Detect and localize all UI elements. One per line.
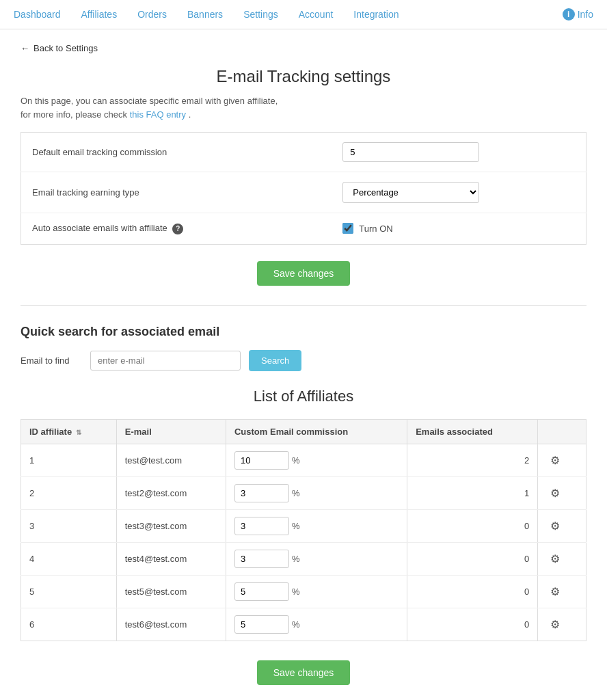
cell-commission-3: %	[226, 542, 407, 575]
cell-commission-2: %	[226, 509, 407, 542]
table-header-row: ID affiliate ⇅ E-mail Custom Email commi…	[21, 419, 586, 444]
cell-commission-5: %	[226, 608, 407, 641]
table-row: 1 test@test.com % 2 ⚙	[21, 444, 586, 476]
affiliates-table: ID affiliate ⇅ E-mail Custom Email commi…	[21, 419, 586, 641]
cell-emails-associated-2: 0	[407, 509, 538, 542]
pct-label-4: %	[292, 587, 300, 597]
pct-label-1: %	[292, 488, 300, 498]
nav-account[interactable]: Account	[299, 9, 334, 20]
nav-info[interactable]: i Info	[563, 8, 593, 21]
sort-icon: ⇅	[76, 429, 81, 436]
nav-orders[interactable]: Orders	[137, 9, 167, 20]
cell-emails-associated-3: 0	[407, 542, 538, 575]
cell-email-5: test6@test.com	[116, 608, 226, 641]
commission-input-0[interactable]	[234, 451, 289, 470]
cell-id-0: 1	[21, 444, 117, 476]
cell-actions-1: ⚙	[538, 476, 586, 509]
commission-input-cell	[332, 133, 586, 172]
commission-input[interactable]	[342, 142, 479, 162]
cell-email-0: test@test.com	[116, 444, 226, 476]
back-arrow: ←	[21, 43, 29, 53]
auto-associate-label: Auto associate emails with affiliate	[32, 223, 167, 233]
cell-actions-5: ⚙	[538, 608, 586, 641]
cell-actions-2: ⚙	[538, 509, 586, 542]
cell-actions-4: ⚙	[538, 575, 586, 608]
cell-email-4: test5@test.com	[116, 575, 226, 608]
settings-table: Default email tracking commission Email …	[21, 132, 586, 245]
cell-email-3: test4@test.com	[116, 542, 226, 575]
help-icon[interactable]: ?	[172, 224, 183, 234]
settings-row-earning-type: Email tracking earning type Percentage F…	[21, 172, 586, 213]
cell-emails-associated-0: 2	[407, 444, 538, 476]
earning-type-cell: Percentage Fixed	[332, 172, 586, 213]
th-email: E-mail	[116, 419, 226, 444]
info-icon: i	[563, 8, 575, 21]
gear-button-4[interactable]: ⚙	[546, 584, 564, 600]
pct-label-2: %	[292, 521, 300, 531]
settings-row-commission: Default email tracking commission	[21, 133, 586, 172]
email-search-input[interactable]	[90, 351, 241, 371]
list-title: List of Affiliates	[21, 388, 586, 405]
cell-emails-associated-5: 0	[407, 608, 538, 641]
table-row: 2 test2@test.com % 1 ⚙	[21, 476, 586, 509]
nav-dashboard[interactable]: Dashboard	[14, 9, 61, 20]
save-button-top[interactable]: Save changes	[257, 261, 351, 286]
earning-type-select[interactable]: Percentage Fixed	[342, 182, 479, 203]
gear-button-3[interactable]: ⚙	[546, 551, 564, 567]
turn-on-label: Turn ON	[359, 224, 392, 234]
gear-button-2[interactable]: ⚙	[546, 518, 564, 534]
cell-emails-associated-4: 0	[407, 575, 538, 608]
nav-integration[interactable]: Integration	[353, 9, 399, 20]
table-head: ID affiliate ⇅ E-mail Custom Email commi…	[21, 419, 586, 444]
table-row: 6 test6@test.com % 0 ⚙	[21, 608, 586, 641]
commission-input-5[interactable]	[234, 615, 289, 634]
commission-input-1[interactable]	[234, 484, 289, 502]
divider-1	[21, 305, 586, 306]
back-to-settings-link[interactable]: ← Back to Settings	[21, 43, 586, 53]
auto-associate-checkbox[interactable]	[342, 223, 353, 234]
commission-label: Default email tracking commission	[21, 133, 332, 172]
cell-id-5: 6	[21, 608, 117, 641]
description-end: .	[189, 109, 191, 120]
commission-input-4[interactable]	[234, 582, 289, 601]
table-row: 4 test4@test.com % 0 ⚙	[21, 542, 586, 575]
settings-row-auto-associate: Auto associate emails with affiliate ? T…	[21, 213, 586, 245]
cell-email-2: test3@test.com	[116, 509, 226, 542]
cell-commission-4: %	[226, 575, 407, 608]
nav-settings[interactable]: Settings	[243, 9, 278, 20]
cell-id-4: 5	[21, 575, 117, 608]
gear-button-1[interactable]: ⚙	[546, 485, 564, 501]
commission-cell-2: %	[234, 517, 399, 535]
nav-banners[interactable]: Banners	[187, 9, 223, 20]
table-row: 5 test5@test.com % 0 ⚙	[21, 575, 586, 608]
commission-cell-5: %	[234, 615, 399, 634]
gear-button-0[interactable]: ⚙	[546, 453, 564, 468]
commission-cell-1: %	[234, 484, 399, 502]
main-content: ← Back to Settings E-mail Tracking setti…	[0, 29, 607, 699]
auto-associate-label-cell: Auto associate emails with affiliate ?	[21, 213, 332, 245]
search-row: Email to find Search	[21, 350, 586, 371]
pct-label-5: %	[292, 619, 300, 630]
table-row: 3 test3@test.com % 0 ⚙	[21, 509, 586, 542]
commission-input-2[interactable]	[234, 517, 289, 535]
description: On this page, you can associate specific…	[21, 94, 586, 121]
cell-email-1: test2@test.com	[116, 476, 226, 509]
cell-id-2: 3	[21, 509, 117, 542]
cell-actions-0: ⚙	[538, 444, 586, 476]
commission-cell-4: %	[234, 582, 399, 601]
info-label: Info	[578, 9, 593, 20]
auto-associate-input-cell: Turn ON	[332, 213, 586, 245]
gear-button-5[interactable]: ⚙	[546, 617, 564, 632]
save-button-bottom[interactable]: Save changes	[257, 660, 351, 685]
pct-label-0: %	[292, 455, 300, 466]
cell-commission-0: %	[226, 444, 407, 476]
nav-affiliates[interactable]: Affiliates	[81, 9, 118, 20]
cell-actions-3: ⚙	[538, 542, 586, 575]
cell-id-3: 4	[21, 542, 117, 575]
quick-search-title: Quick search for associated email	[21, 325, 586, 339]
table-body: 1 test@test.com % 2 ⚙ 2 test2@test.com %	[21, 444, 586, 641]
faq-link[interactable]: this FAQ entry	[130, 109, 186, 120]
search-button[interactable]: Search	[249, 350, 301, 371]
commission-input-3[interactable]	[234, 550, 289, 568]
email-to-find-label: Email to find	[21, 355, 82, 366]
